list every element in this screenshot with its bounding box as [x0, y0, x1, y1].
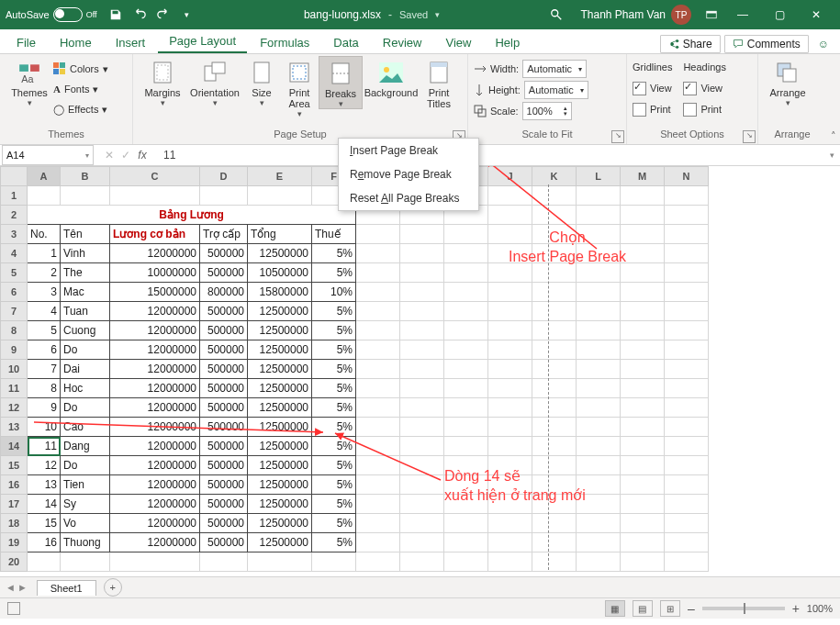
print-area-button[interactable]: Print Area▾ — [280, 56, 319, 118]
cell[interactable] — [356, 495, 400, 514]
cell[interactable]: Sy — [61, 495, 110, 514]
cell[interactable]: Cao — [61, 418, 110, 437]
cell[interactable]: 5% — [312, 495, 356, 514]
row-header[interactable]: 6 — [1, 283, 28, 302]
cell[interactable] — [621, 340, 665, 360]
cell[interactable]: 12000000 — [110, 360, 200, 379]
cell[interactable]: 15800000 — [248, 283, 312, 302]
cell[interactable]: 14 — [28, 495, 61, 514]
col-header[interactable]: L — [577, 167, 621, 186]
cell[interactable] — [400, 437, 444, 456]
cell[interactable] — [665, 552, 709, 572]
formula-input[interactable]: 11 — [158, 149, 824, 162]
cell[interactable] — [621, 186, 665, 206]
cell[interactable]: 500000 — [200, 340, 248, 360]
col-header[interactable]: K — [532, 167, 577, 186]
cell[interactable] — [532, 302, 577, 321]
cell[interactable]: Thuong — [61, 533, 110, 552]
cell[interactable]: 500000 — [200, 456, 248, 475]
cell[interactable] — [532, 437, 577, 456]
cell[interactable]: 500000 — [200, 360, 248, 379]
cell[interactable]: 5% — [312, 475, 356, 495]
row-header[interactable]: 18 — [1, 514, 28, 533]
row-header[interactable]: 17 — [1, 495, 28, 514]
row-header[interactable]: 11 — [1, 379, 28, 398]
cell[interactable] — [444, 283, 488, 302]
cell[interactable]: 15 — [28, 514, 61, 533]
enter-formula-icon[interactable]: ✓ — [121, 149, 130, 162]
cell[interactable]: 500000 — [200, 418, 248, 437]
background-button[interactable]: Background — [363, 56, 420, 98]
cell[interactable]: 5% — [312, 437, 356, 456]
cell[interactable] — [665, 206, 709, 225]
cell[interactable] — [400, 552, 444, 572]
height-select[interactable]: Automatic▾ — [524, 81, 588, 99]
fonts-button[interactable]: AFonts ▾ — [53, 80, 108, 98]
cell[interactable] — [665, 379, 709, 398]
cell[interactable] — [400, 263, 444, 283]
cell[interactable] — [532, 360, 577, 379]
cell[interactable]: 5% — [312, 244, 356, 263]
cell[interactable] — [444, 321, 488, 340]
cell[interactable] — [488, 379, 532, 398]
cell[interactable]: 12500000 — [248, 475, 312, 495]
cell[interactable]: 500000 — [200, 263, 248, 283]
cell[interactable] — [665, 398, 709, 418]
menu-insert-page-break[interactable]: Insert Page Break — [339, 139, 478, 162]
cell[interactable] — [356, 244, 400, 263]
share-button[interactable]: Share — [660, 35, 721, 53]
cell[interactable] — [356, 514, 400, 533]
gridlines-print-check[interactable]: Print — [633, 100, 672, 118]
cell[interactable]: 3 — [28, 283, 61, 302]
cell[interactable] — [532, 186, 577, 206]
cell[interactable]: 12000000 — [110, 244, 200, 263]
row-header[interactable]: 9 — [1, 340, 28, 360]
cell[interactable] — [488, 340, 532, 360]
prev-sheet-icon[interactable]: ◄ — [6, 582, 16, 593]
cell[interactable]: 10 — [28, 418, 61, 437]
tab-home[interactable]: Home — [49, 32, 103, 53]
cell[interactable] — [532, 418, 577, 437]
cell[interactable] — [577, 418, 621, 437]
cell[interactable] — [28, 552, 61, 572]
cell[interactable]: 12000000 — [110, 340, 200, 360]
cell[interactable] — [665, 340, 709, 360]
cell[interactable] — [665, 283, 709, 302]
cell[interactable] — [400, 360, 444, 379]
cell[interactable]: Hoc — [61, 379, 110, 398]
cell[interactable] — [400, 321, 444, 340]
tab-review[interactable]: Review — [372, 32, 433, 53]
row-header[interactable]: 10 — [1, 360, 28, 379]
tab-help[interactable]: Help — [484, 32, 531, 53]
cell[interactable]: 12500000 — [248, 244, 312, 263]
cell[interactable]: 800000 — [200, 283, 248, 302]
headings-view-check[interactable]: View — [683, 79, 725, 97]
add-sheet-button[interactable]: + — [104, 578, 122, 597]
cell[interactable] — [356, 437, 400, 456]
cell[interactable]: Lương cơ bản — [110, 225, 200, 244]
cell[interactable]: Thuế — [312, 225, 356, 244]
cell[interactable] — [400, 340, 444, 360]
effects-button[interactable]: ◯Effects ▾ — [53, 100, 108, 118]
comments-button[interactable]: Comments — [724, 35, 809, 53]
col-header[interactable]: D — [200, 167, 248, 186]
cell[interactable] — [400, 302, 444, 321]
row-header[interactable]: 2 — [1, 206, 28, 225]
autosave-toggle[interactable]: AutoSave Off — [6, 7, 97, 22]
cell[interactable] — [356, 302, 400, 321]
cell[interactable]: 5% — [312, 418, 356, 437]
autosave-switch-icon[interactable] — [53, 7, 83, 22]
cell[interactable]: Cuong — [61, 321, 110, 340]
cell[interactable] — [621, 552, 665, 572]
cell[interactable] — [444, 360, 488, 379]
menu-remove-page-break[interactable]: Remove Page Break — [339, 162, 478, 186]
undo-icon[interactable] — [132, 7, 147, 22]
cell[interactable]: 5% — [312, 514, 356, 533]
tab-file[interactable]: File — [6, 32, 47, 53]
cell[interactable]: 5 — [28, 321, 61, 340]
cell[interactable] — [532, 398, 577, 418]
cell[interactable]: 1 — [28, 244, 61, 263]
row-header[interactable]: 1 — [1, 186, 28, 206]
cell[interactable]: 500000 — [200, 302, 248, 321]
cell[interactable] — [444, 244, 488, 263]
